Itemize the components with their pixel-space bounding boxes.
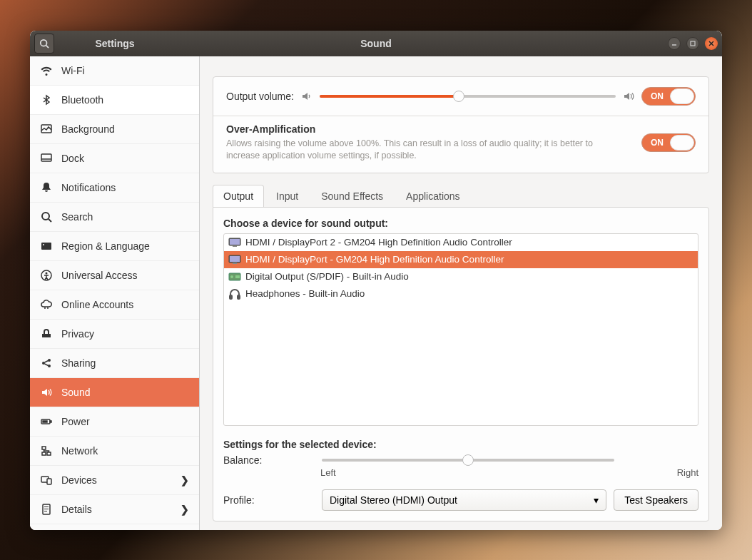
svg-rect-25: [47, 452, 51, 455]
monitor-icon: [228, 237, 241, 248]
device-label: HDMI / DisplayPort 2 - GM204 High Defini…: [245, 237, 512, 248]
overamp-switch[interactable]: ON: [641, 133, 696, 152]
balance-slider[interactable]: [322, 459, 614, 462]
dropdown-icon: ▾: [594, 494, 599, 506]
svg-rect-7: [41, 154, 51, 161]
sidebar-item-notifications[interactable]: Notifications: [30, 173, 199, 203]
tab-applications[interactable]: Applications: [395, 185, 471, 208]
maximize-button[interactable]: [686, 37, 699, 50]
svg-rect-40: [235, 275, 240, 278]
balance-right-label: Right: [677, 467, 698, 478]
sidebar-item-label: Notifications: [61, 182, 116, 193]
sidebar-item-power[interactable]: Power: [30, 407, 199, 437]
details-icon: [40, 503, 53, 516]
tabs: OutputInputSound EffectsApplications: [213, 185, 709, 208]
chevron-right-icon: ❯: [181, 474, 189, 486]
svg-rect-34: [233, 245, 237, 247]
device-item[interactable]: HDMI / DisplayPort - GM204 High Definiti…: [224, 251, 698, 268]
svg-point-39: [230, 275, 233, 278]
volume-card: Output volume: ON Over-Amplificat: [213, 76, 709, 173]
device-item[interactable]: Digital Output (S/PDIF) - Built-in Audio: [224, 268, 698, 285]
device-label: Headphones - Built-in Audio: [245, 288, 365, 299]
slider-fill: [320, 95, 459, 98]
sidebar-item-label: Universal Access: [61, 270, 138, 281]
slider-thumb[interactable]: [453, 91, 464, 102]
balance-thumb[interactable]: [462, 454, 474, 466]
sidebar-item-privacy[interactable]: Privacy: [30, 320, 199, 349]
overamp-switch-label: ON: [651, 138, 664, 148]
sidebar-item-wi-fi[interactable]: Wi-Fi: [30, 56, 199, 86]
window-title: Sound: [360, 38, 392, 49]
power-icon: [40, 415, 53, 428]
sidebar-item-label: Background: [61, 123, 115, 135]
svg-rect-42: [238, 295, 240, 299]
sound-icon: [40, 386, 53, 399]
region-icon: [40, 240, 53, 253]
close-button[interactable]: [705, 37, 718, 50]
svg-point-14: [46, 272, 48, 274]
sidebar-item-label: Search: [61, 211, 93, 223]
privacy-icon: [40, 327, 53, 340]
header-search-button[interactable]: [34, 34, 54, 54]
sidebar-item-universal-access[interactable]: Universal Access: [30, 261, 199, 290]
bell-icon: [40, 181, 53, 194]
svg-point-9: [42, 213, 49, 220]
device-label: Digital Output (S/PDIF) - Built-in Audio: [245, 271, 409, 282]
sidebar-item-sound[interactable]: Sound: [30, 378, 199, 407]
test-speakers-button[interactable]: Test Speakers: [614, 489, 698, 511]
sidebar-item-devices[interactable]: Devices❯: [30, 466, 199, 495]
sidebar-item-label: Privacy: [61, 328, 94, 340]
sidebar-item-online-accounts[interactable]: Online Accounts: [30, 290, 199, 320]
sidebar-item-dock[interactable]: Dock: [30, 144, 199, 173]
sidebar: Wi-FiBluetoothBackgroundDockNotification…: [30, 56, 200, 530]
mute-switch-label: ON: [651, 91, 664, 101]
cloud-icon: [40, 298, 53, 311]
tab-panel-output: Choose a device for sound output: HDMI /…: [213, 207, 709, 521]
share-icon: [40, 357, 53, 370]
settings-title: Settings: [54, 38, 176, 49]
svg-point-0: [41, 39, 47, 46]
sidebar-item-search[interactable]: Search: [30, 203, 199, 232]
profile-value: Digital Stereo (HDMI) Output: [330, 494, 457, 506]
tab-output[interactable]: Output: [213, 185, 264, 208]
sidebar-item-label: Network: [61, 445, 98, 457]
overamp-description: Allows raising the volume above 100%. Th…: [226, 138, 619, 163]
device-label: HDMI / DisplayPort - GM204 High Definiti…: [245, 254, 504, 265]
device-item[interactable]: HDMI / DisplayPort 2 - GM204 High Defini…: [224, 234, 698, 251]
sidebar-item-details[interactable]: Details❯: [30, 495, 199, 524]
switch-knob: [670, 88, 694, 104]
svg-line-18: [45, 360, 49, 362]
output-volume-slider[interactable]: [320, 95, 616, 98]
sidebar-item-background[interactable]: Background: [30, 115, 199, 144]
svg-rect-27: [47, 479, 51, 484]
sidebar-item-sharing[interactable]: Sharing: [30, 349, 199, 378]
device-item[interactable]: Headphones - Built-in Audio: [224, 285, 698, 302]
sidebar-item-network[interactable]: Network: [30, 437, 199, 466]
mute-switch[interactable]: ON: [641, 87, 696, 106]
svg-rect-30: [44, 509, 49, 509]
output-volume-label: Output volume:: [226, 91, 294, 102]
sidebar-item-bluetooth[interactable]: Bluetooth: [30, 86, 199, 115]
device-list[interactable]: HDMI / DisplayPort 2 - GM204 High Defini…: [223, 233, 698, 426]
settings-window: Settings Sound Wi-FiBluetoothBackgroundD…: [30, 31, 722, 530]
svg-rect-21: [50, 421, 51, 422]
tab-sound-effects[interactable]: Sound Effects: [310, 185, 394, 208]
svg-line-10: [49, 219, 51, 222]
background-icon: [40, 123, 53, 136]
tab-input[interactable]: Input: [265, 185, 309, 208]
sidebar-item-region-language[interactable]: Region & Language: [30, 232, 199, 261]
svg-rect-3: [691, 41, 695, 46]
svg-rect-23: [42, 447, 46, 449]
sidebar-item-label: Power: [61, 416, 90, 427]
svg-rect-41: [230, 295, 232, 299]
titlebar[interactable]: Settings Sound: [30, 31, 722, 56]
svg-rect-37: [233, 263, 237, 264]
minimize-button[interactable]: [668, 37, 681, 50]
sidebar-item-label: Sound: [61, 387, 90, 398]
sidebar-item-label: Online Accounts: [61, 299, 133, 310]
svg-rect-11: [41, 243, 51, 250]
headphones-icon: [228, 288, 241, 300]
chevron-right-icon: ❯: [181, 504, 189, 515]
sidebar-item-label: Dock: [61, 153, 84, 164]
profile-select[interactable]: Digital Stereo (HDMI) Output ▾: [322, 489, 606, 511]
